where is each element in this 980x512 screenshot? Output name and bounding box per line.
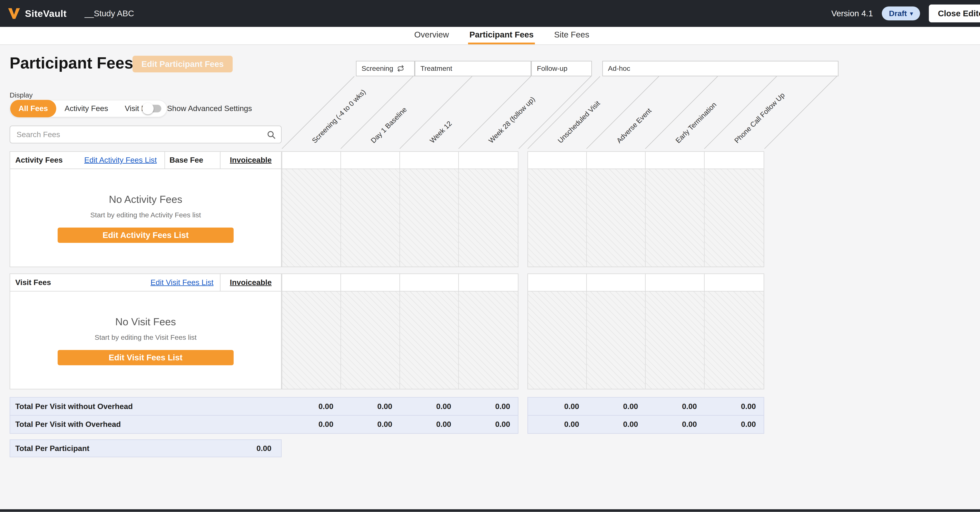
activity-grid-header-group1 <box>282 151 519 169</box>
visit-empty-subtitle: Start by editing the Visit Fees list <box>95 333 197 341</box>
grid-header-cell <box>459 152 518 169</box>
search-icon <box>267 130 276 139</box>
total-value: 0.00 <box>282 402 341 411</box>
app-root: SiteVault __Study ABC Version 4.1 Draft … <box>0 0 980 512</box>
close-editor-button[interactable]: Close Editor <box>929 5 980 22</box>
disabled-fee-cell <box>705 169 764 266</box>
visit-invoiceable-column-header: Invoiceable <box>221 274 281 291</box>
disabled-fee-cell <box>282 169 341 266</box>
total-value: 0.00 <box>459 402 518 411</box>
version-label: Version 4.1 <box>831 9 873 18</box>
disabled-fee-cell <box>587 292 646 389</box>
grid-header-cell <box>705 274 764 291</box>
activity-fees-empty-state: No Activity Fees Start by editing the Ac… <box>10 169 282 267</box>
visit-label-early-termination: Early Termination <box>674 100 718 145</box>
epoch-ad-hoc-label: Ad-hoc <box>608 64 630 73</box>
advanced-settings-row: Show Advanced Settings <box>143 100 252 117</box>
epoch-screening-label: Screening <box>362 64 393 73</box>
grid-header-cell <box>282 152 341 169</box>
visit-header-diagonals: Screening (-4 to 0 wks) Day 1 Baseline W… <box>282 76 845 149</box>
grid-header-cell <box>341 152 400 169</box>
total-per-participant-label: Total Per Participant <box>10 444 256 453</box>
total-value: 0.00 <box>646 420 705 429</box>
totals-row-with-overhead: 0.00 0.00 0.00 0.00 <box>528 415 764 433</box>
grid-header-cell <box>282 274 341 291</box>
edit-activity-fees-list-link[interactable]: Edit Activity Fees List <box>84 156 157 164</box>
status-dropdown[interactable]: Draft ▾ <box>882 6 920 21</box>
bottom-edge-bar <box>0 509 980 512</box>
totals-without-overhead-label: Total Per Visit without Overhead <box>10 402 282 411</box>
visit-label-day1-baseline: Day 1 Baseline <box>369 105 409 145</box>
filter-all-fees[interactable]: All Fees <box>10 100 56 117</box>
disabled-fee-cell <box>705 292 764 389</box>
disabled-fee-cell <box>341 169 400 266</box>
search-container <box>10 126 282 144</box>
total-value: 0.00 <box>341 402 400 411</box>
activity-grid-header-group2 <box>527 151 764 169</box>
visit-disabled-cells-group1 <box>282 292 519 389</box>
total-value: 0.00 <box>705 420 764 429</box>
disabled-fee-cell <box>587 169 646 266</box>
edit-visit-fees-list-link[interactable]: Edit Visit Fees List <box>151 278 214 287</box>
visit-label-adverse-event: Adverse Event <box>615 107 653 145</box>
disabled-fee-cell <box>341 292 400 389</box>
activity-fees-header-row: Activity Fees Edit Activity Fees List Ba… <box>10 151 282 169</box>
grid-header-cell <box>646 274 705 291</box>
grid-header-cell <box>400 274 459 291</box>
search-input[interactable] <box>10 126 282 144</box>
activity-disabled-cells-group1 <box>282 169 519 267</box>
show-advanced-settings-toggle[interactable] <box>143 105 161 112</box>
activity-invoiceable-column-header: Invoiceable <box>221 152 281 169</box>
toggle-knob <box>142 103 154 114</box>
epoch-follow-up-label: Follow-up <box>537 64 568 73</box>
visit-grid-header-group2 <box>527 273 764 291</box>
total-per-participant-row: Total Per Participant 0.00 <box>10 439 282 457</box>
total-value: 0.00 <box>341 420 400 429</box>
total-per-participant-value: 0.00 <box>256 444 281 453</box>
tab-overview[interactable]: Overview <box>413 27 450 44</box>
disabled-fee-cell <box>459 169 518 266</box>
total-value: 0.00 <box>400 420 459 429</box>
diagonal-line <box>519 76 591 149</box>
cycle-icon <box>397 65 404 72</box>
page-title: Participant Fees <box>10 54 133 72</box>
visit-grid-header-group1 <box>282 273 519 291</box>
filter-activity-fees[interactable]: Activity Fees <box>56 100 116 117</box>
top-bar: SiteVault __Study ABC Version 4.1 Draft … <box>0 0 980 27</box>
totals-with-overhead-label: Total Per Visit with Overhead <box>10 420 282 429</box>
disabled-fee-cell <box>400 169 459 266</box>
edit-visit-fees-list-button[interactable]: Edit Visit Fees List <box>57 350 234 365</box>
grid-header-cell <box>528 152 587 169</box>
diagonal-line <box>764 76 837 149</box>
grid-header-cell <box>705 152 764 169</box>
tab-participant-fees[interactable]: Participant Fees <box>468 27 535 44</box>
total-value: 0.00 <box>282 420 341 429</box>
brand-name: SiteVault <box>25 8 67 19</box>
base-fee-column-header: Base Fee <box>165 152 221 169</box>
activity-fees-title-cell: Activity Fees Edit Activity Fees List <box>10 152 165 169</box>
activity-disabled-cells-group2 <box>527 169 764 267</box>
tab-bar: Overview Participant Fees Site Fees <box>0 27 980 45</box>
brand: SiteVault <box>8 8 67 20</box>
disabled-fee-cell <box>646 169 705 266</box>
totals-right-block: 0.00 0.00 0.00 0.00 0.00 0.00 0.00 0.00 <box>527 397 764 434</box>
total-value: 0.00 <box>400 402 459 411</box>
activity-empty-title: No Activity Fees <box>109 193 182 205</box>
disabled-fee-cell <box>282 292 341 389</box>
totals-row-without-overhead: Total Per Visit without Overhead 0.00 0.… <box>10 398 518 415</box>
edit-activity-fees-list-button[interactable]: Edit Activity Fees List <box>57 228 234 243</box>
totals-row-with-overhead: Total Per Visit with Overhead 0.00 0.00 … <box>10 415 518 433</box>
display-label: Display <box>10 91 33 99</box>
epoch-treatment: Treatment <box>415 61 531 76</box>
study-title: __Study ABC <box>84 9 134 18</box>
disabled-fee-cell <box>400 292 459 389</box>
activity-empty-subtitle: Start by editing the Activity Fees list <box>90 211 201 219</box>
visit-label-phone-call: Phone Call Follow Up <box>733 91 786 145</box>
disabled-fee-cell <box>528 292 587 389</box>
visit-fees-title: Visit Fees <box>10 278 51 287</box>
tab-site-fees[interactable]: Site Fees <box>553 27 590 44</box>
edit-participant-fees-button[interactable]: Edit Participant Fees <box>132 56 233 72</box>
visit-fees-header-row: Visit Fees Edit Visit Fees List Invoicea… <box>10 273 282 291</box>
topbar-right: Version 4.1 Draft ▾ Close Editor <box>831 5 980 22</box>
grid-header-cell <box>646 152 705 169</box>
